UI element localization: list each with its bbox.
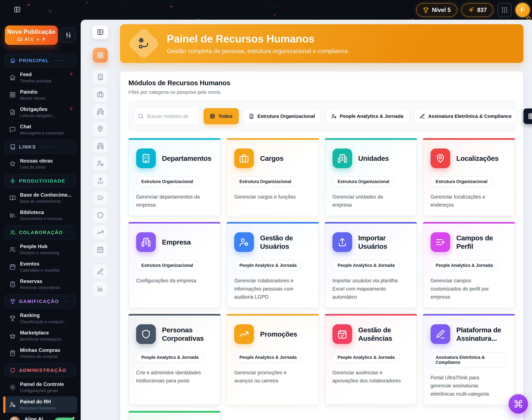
sidebar-item-painel-do-rh[interactable]: Painel do RHRecursos Humanos [5, 396, 77, 413]
card-icon-tile [234, 232, 254, 252]
modules-subheading: Filtre por categoria ou pesquise pelo no… [129, 90, 515, 95]
sidebar-section-header[interactable]: PRODUTIVIDADE [5, 174, 76, 188]
card-title: Unidades [358, 154, 389, 163]
banner-icon-tile [127, 27, 160, 60]
filter-chip-todos[interactable]: Todos [203, 108, 239, 124]
module-card-relat-rios-de-assinatura-[interactable]: Relatórios de Assinatura...Assinatura El… [129, 411, 221, 420]
sidebar-item-biblioteca[interactable]: BibliotecaDocumentos e recursos [5, 207, 77, 224]
sidebar-section-header[interactable]: ADMINISTRAÇÃO [5, 363, 76, 377]
points-value: 837 [477, 7, 487, 13]
card-category-badge: Estrutura Organizacional [136, 260, 198, 271]
module-card-localiza-es[interactable]: LocalizaçõesEstrutura OrganizacionalGere… [423, 138, 515, 216]
sidebar-item-minhas-compras[interactable]: Minhas ComprasHistórico de compras [5, 345, 77, 361]
shield-icon [10, 368, 15, 373]
level-badge[interactable]: Nível 5 [416, 3, 457, 17]
sidebar-section-header[interactable]: LINKS [5, 140, 76, 154]
item-subtitle: Histórico de compras [20, 354, 60, 359]
module-card-gest-o-de-aus-ncias[interactable]: Gestão de AusênciasPeople Analytics & Jo… [325, 314, 417, 405]
sidebar-item-people-hub[interactable]: People HubDiretório e networking [5, 241, 77, 258]
module-card-plataforma-de-assinatura-[interactable]: Plataforma de Assinatura...Assinatura El… [423, 314, 515, 405]
sidebar-item-nossas-obras[interactable]: Nossas obrasLista de obras [5, 155, 77, 172]
module-card-promo-es[interactable]: PromoçõesPeople Analytics & JornadaGeren… [227, 314, 319, 405]
card-icon-tile [332, 324, 352, 344]
module-card-empresa[interactable]: EmpresaEstrutura OrganizacionalConfigura… [129, 222, 221, 308]
module-card-gest-o-de-usu-rios[interactable]: Gestão de UsuáriosPeople Analytics & Jor… [227, 222, 319, 308]
card-category-badge: Estrutura Organizacional [431, 176, 493, 187]
filter-chip-assinatura-eletr-nica-compliance[interactable]: Assinatura Eletrônica & Compliance [414, 108, 518, 124]
avatar-initial: F [520, 6, 525, 14]
module-card-personas-corporativas[interactable]: Personas CorporativasPeople Analytics & … [129, 314, 221, 405]
sidebar-item-aline-ai[interactable]: Aline AIAssistente Intel...Novo✦ [5, 414, 77, 420]
search-input[interactable] [147, 113, 195, 119]
rail-button-pen-line[interactable] [93, 264, 108, 279]
level-label: Nível 5 [432, 7, 451, 13]
sidebar-item-chat[interactable]: ChatMensagens e conversas [5, 121, 77, 138]
points-badge[interactable]: 837 [461, 3, 493, 17]
filter-chip-people-analytics-jornada[interactable]: People Analytics & Jornada [325, 108, 410, 124]
banner-title: Painel de Recursos Humanos [167, 33, 350, 45]
card-accent-bar [129, 314, 221, 315]
sidebar-section-header[interactable]: PRINCIPAL [5, 54, 76, 67]
section-label: GAMIFICAÇÃO [19, 299, 59, 304]
grid-view-button[interactable] [523, 108, 532, 124]
rail-button-bar-chart[interactable] [93, 281, 108, 296]
sidebar-section-header[interactable]: GAMIFICAÇÃO [5, 294, 76, 308]
card-category-badge: People Analytics & Jornada [332, 260, 400, 271]
module-card-unidades[interactable]: UnidadesEstrutura OrganizacionalGerencia… [325, 138, 417, 216]
message-square-icon [9, 126, 16, 133]
sidebar-item-ranking[interactable]: RankingClassificação e conquist... [5, 310, 77, 327]
user-avatar[interactable]: F [516, 3, 529, 17]
command-fab-button[interactable] [509, 394, 528, 414]
new-post-button[interactable]: Nova Publicação Alt + P [5, 26, 58, 45]
item-subtitle: Timeline principal [20, 79, 51, 83]
sidebar-item-painel-de-controle[interactable]: Painel de ControleConfigurações gerais [5, 379, 77, 396]
pen-line-icon [435, 329, 445, 339]
rail-button-trending-up[interactable] [93, 225, 108, 240]
module-card-cargos[interactable]: CargosEstrutura OrganizacionalGerenciar … [227, 138, 319, 216]
sidebar-item-eventos[interactable]: EventosCalendário e reuniões [5, 258, 77, 275]
card-description: Gerenciar unidades da empresa [332, 193, 403, 209]
sidebar-section-header[interactable]: COLABORAÇÃO [5, 225, 76, 239]
card-description: Portal UltraThink para gerenciar assinat… [431, 374, 501, 398]
sidebar-item-marketplace[interactable]: MarketplaceBenefícios estratégicos [5, 327, 77, 344]
rail-button-calendar-check[interactable] [93, 242, 108, 257]
section-label: ADMINISTRAÇÃO [19, 368, 66, 373]
rail-button-layout-grid[interactable] [93, 48, 108, 63]
rail-button-shield[interactable] [93, 208, 108, 223]
sidebar-item-obriga-es[interactable]: ObrigaçõesLeituras obrigatóri... [5, 104, 77, 120]
apps-grid-button[interactable] [498, 3, 512, 17]
sidebar-item-pain-is[interactable]: PainéisMurais visuais [5, 87, 77, 103]
building-icon [97, 74, 104, 81]
home-icon [10, 58, 15, 63]
rail-button-upload[interactable] [93, 173, 108, 188]
rail-button-briefcase[interactable] [93, 87, 108, 102]
sidebar-item-base-de-conhecime-[interactable]: Base de Conhecime...Base de conhecimento [5, 190, 77, 206]
rail-button-map-pin[interactable] [93, 121, 108, 136]
rail-collapse-button[interactable] [92, 25, 108, 39]
filter-chip-estrutura-organizacional[interactable]: Estrutura Organizacional [243, 108, 321, 124]
sidebar-item-reservas[interactable]: ReservasReservas corporativas [5, 276, 77, 293]
section-label: PRODUTIVIDADE [19, 178, 65, 184]
rail-button-building[interactable] [93, 70, 108, 84]
rail-button-building2[interactable] [93, 139, 108, 153]
module-card-importar-usu-rios[interactable]: Importar UsuáriosPeople Analytics & Jorn… [325, 222, 417, 308]
sidebar-settings-button[interactable] [61, 28, 76, 43]
rail-button-user-cog[interactable] [93, 156, 108, 171]
card-title: Localizações [456, 154, 499, 163]
pen-line-icon [97, 268, 104, 275]
module-cards-grid: DepartamentosEstrutura OrganizacionalGer… [129, 138, 515, 420]
topbar-right-cluster: Nível 5 837 F [416, 3, 529, 17]
card-description: Gerenciar cargos e funções [234, 193, 305, 201]
star-icon [526, 15, 531, 21]
module-card-departamentos[interactable]: DepartamentosEstrutura OrganizacionalGer… [129, 138, 221, 216]
module-card-campos-de-perfil[interactable]: Campos de PerfilPeople Analytics & Jorna… [423, 222, 515, 308]
rail-button-building2[interactable] [93, 104, 108, 119]
shield-icon [141, 329, 151, 339]
trophy-icon [10, 299, 15, 304]
sidebar-item-feed[interactable]: FeedTimeline principal [5, 69, 77, 86]
rail-button-list-plus[interactable] [93, 191, 108, 205]
zap-icon [10, 178, 15, 184]
card-description: Gerenciar colaboradores e informações pe… [234, 277, 305, 301]
sidebar-collapse-icon[interactable] [14, 6, 21, 13]
card-icon-tile [431, 324, 450, 344]
